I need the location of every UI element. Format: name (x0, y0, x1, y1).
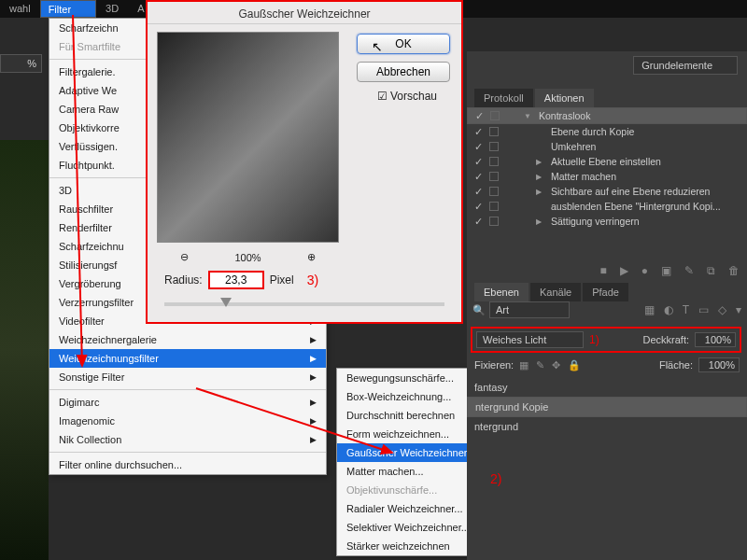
layer-row[interactable]: ntergrund (467, 417, 747, 436)
filter-icon[interactable]: ▾ (736, 303, 741, 316)
fill-label: Fläche: (659, 359, 693, 371)
dialog-title: Gaußscher Weichzeichner (148, 2, 461, 24)
dialog-preview[interactable] (157, 32, 339, 243)
lock-brush-icon[interactable]: ✎ (536, 359, 544, 371)
zoom-out-icon[interactable]: ⊖ (180, 251, 189, 263)
filter-menu-item[interactable]: Imagenomic▶ (49, 412, 326, 430)
action-footer-icon[interactable]: ● (641, 264, 648, 277)
blend-mode-select[interactable]: Weiches Licht (476, 331, 584, 348)
action-row[interactable]: ✓▼Kontraslook (467, 107, 747, 124)
right-panels: Grundelemente Protokoll Aktionen ✓▼Kontr… (467, 51, 747, 560)
action-row[interactable]: ✓Ebene durch Kopie (467, 124, 747, 139)
tab-aktionen[interactable]: Aktionen (535, 89, 594, 107)
opacity-input[interactable] (695, 332, 736, 347)
layer-filter-select[interactable] (489, 301, 570, 318)
lock-pixels-icon[interactable]: ▦ (519, 359, 529, 371)
search-icon: 🔍 (472, 304, 486, 316)
lock-all-icon[interactable]: 🔒 (568, 359, 581, 371)
actions-footer: ■▶●▣✎⧉🗑 (600, 264, 740, 277)
gaussian-blur-dialog: Gaußscher Weichzeichner OK Abbrechen ↖ ☑… (146, 0, 463, 324)
layer-filter-icons: ▦◐T▭◇▾ (644, 303, 741, 316)
annotation-2: 2) (490, 471, 501, 486)
blend-mode-row: Weiches Licht 1) Deckkraft: (471, 327, 741, 353)
filter-icon[interactable]: ◐ (664, 303, 673, 316)
layers-panel-tabs: Ebenen Kanäle Pfade (474, 283, 628, 301)
preview-label: Vorschau (390, 90, 437, 103)
action-footer-icon[interactable]: ✎ (684, 264, 694, 277)
lock-move-icon[interactable]: ✥ (552, 359, 560, 371)
layer-row[interactable]: ntergrund Kopie (467, 397, 747, 417)
cancel-button[interactable]: Abbrechen (357, 62, 450, 82)
cursor-icon: ↖ (372, 39, 383, 54)
filter-menu-item[interactable]: Nik Collection▶ (49, 430, 326, 449)
action-row[interactable]: ✓▶Matter machen (467, 169, 747, 184)
actions-list: ✓▼Kontraslook✓Ebene durch Kopie✓Umkehren… (467, 107, 747, 229)
filter-icon[interactable]: T (683, 303, 689, 316)
action-footer-icon[interactable]: ▶ (620, 264, 628, 277)
ok-button[interactable]: OK (357, 34, 450, 54)
annotation-1: 1) (589, 333, 599, 346)
action-footer-icon[interactable]: ▣ (661, 264, 671, 277)
filter-icon[interactable]: ◇ (718, 303, 726, 316)
tab-pfade[interactable]: Pfade (583, 283, 628, 301)
annotation-3: 3) (307, 273, 318, 287)
layers-list: fantasyntergrund Kopientergrund (467, 378, 747, 436)
zoom-in-icon[interactable]: ⊕ (307, 251, 316, 263)
action-row[interactable]: ✓▶Aktuelle Ebene einstellen (467, 154, 747, 169)
filter-icon[interactable]: ▦ (644, 303, 655, 316)
tab-protokoll[interactable]: Protokoll (474, 89, 533, 107)
filter-menu-item[interactable]: Digimarc▶ (49, 393, 326, 412)
workspace-select[interactable]: Grundelemente (633, 56, 738, 75)
menu-filter[interactable]: Filter (40, 0, 96, 18)
tab-ebenen[interactable]: Ebenen (474, 283, 529, 301)
action-row[interactable]: ✓▶Sättigung verringern (467, 214, 747, 229)
canvas-photo (0, 140, 49, 560)
filter-menu-item[interactable]: Weichzeichnungsfilter▶ (49, 349, 326, 368)
action-footer-icon[interactable]: ⧉ (707, 264, 715, 277)
filter-menu-item[interactable]: Weichzeichnergalerie▶ (49, 330, 326, 349)
action-footer-icon[interactable]: ■ (600, 264, 607, 277)
pixel-label: Pixel (270, 273, 294, 287)
radius-slider[interactable] (164, 302, 444, 306)
preview-checkbox[interactable]: ☑ Vorschau (377, 90, 437, 103)
menu-auswahl[interactable]: wahl (0, 0, 40, 18)
zoom-level: 100% (234, 252, 261, 263)
radius-label: Radius: (164, 273, 203, 287)
action-row[interactable]: ✓ausblenden Ebene "Hintergrund Kopi... (467, 199, 747, 214)
history-actions-tabs: Protokoll Aktionen (474, 89, 594, 107)
slider-thumb[interactable] (220, 298, 232, 307)
fill-input[interactable] (698, 357, 740, 372)
filter-icon[interactable]: ▭ (698, 303, 709, 316)
tab-kanaele[interactable]: Kanäle (530, 283, 581, 301)
radius-input[interactable] (208, 271, 264, 289)
zoom-percent-box[interactable]: % (0, 54, 42, 73)
menu-3d[interactable]: 3D (96, 0, 128, 18)
lock-label: Fixieren: (474, 359, 514, 371)
action-footer-icon[interactable]: 🗑 (728, 264, 740, 277)
filter-menu-item[interactable]: Filter online durchsuchen... (49, 455, 326, 474)
opacity-label: Deckkraft: (642, 334, 689, 345)
action-row[interactable]: ✓▶Sichtbare auf eine Ebene reduzieren (467, 184, 747, 199)
filter-menu-item[interactable]: Sonstige Filter▶ (49, 368, 326, 386)
layer-row[interactable]: fantasy (467, 378, 747, 397)
action-row[interactable]: ✓Umkehren (467, 139, 747, 154)
